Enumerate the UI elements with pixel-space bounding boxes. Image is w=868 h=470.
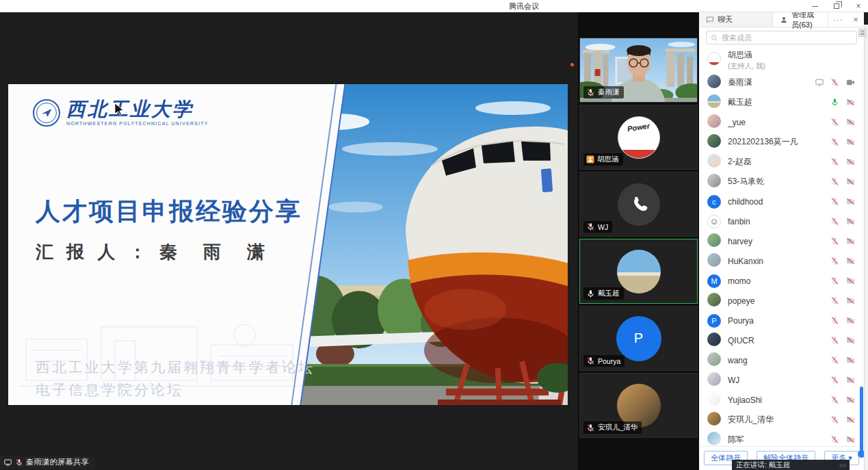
- mic-muted-icon[interactable]: [830, 177, 839, 186]
- avatar: [707, 352, 721, 369]
- member-row[interactable]: P Pourya: [699, 311, 864, 330]
- cam-muted-icon[interactable]: [845, 237, 856, 246]
- cam-muted-icon[interactable]: [845, 336, 856, 345]
- collapsed-side-strip[interactable]: [864, 25, 868, 470]
- video-tile[interactable]: 安琪儿_清华: [579, 373, 698, 438]
- member-name: 胡思涵: [728, 49, 852, 61]
- cam-muted-icon[interactable]: [845, 316, 856, 325]
- cam-muted-icon[interactable]: [845, 257, 856, 265]
- cam-muted-icon[interactable]: [845, 98, 856, 107]
- cam-muted-icon[interactable]: [845, 118, 856, 127]
- cam-dark-icon[interactable]: [845, 78, 856, 87]
- avatar: [707, 75, 721, 91]
- cam-muted-icon[interactable]: [845, 435, 856, 444]
- slide-footer-text: 西北工业大学第九届翱翔青年学者论坛 电子信息学院分论坛: [36, 356, 315, 401]
- slide-title: 人才项目申报经验分享: [36, 195, 302, 229]
- cam-muted-icon[interactable]: [845, 296, 856, 305]
- video-tile[interactable]: 戴玉超: [579, 239, 698, 304]
- avatar: ☺: [707, 215, 721, 229]
- video-tile[interactable]: P Pourya: [579, 306, 698, 371]
- close-button[interactable]: ×: [853, 1, 864, 11]
- member-row[interactable]: ☺ fanbin: [699, 211, 864, 231]
- member-row[interactable]: popeye: [699, 291, 864, 311]
- mic-muted-icon[interactable]: [830, 197, 839, 206]
- minimize-button[interactable]: [809, 1, 820, 11]
- member-name: _yue: [728, 118, 826, 127]
- member-row[interactable]: 秦雨潇: [699, 73, 864, 92]
- mic-muted-icon[interactable]: [830, 257, 839, 265]
- mic-muted-icon[interactable]: [830, 78, 839, 87]
- cam-muted-icon[interactable]: [845, 356, 856, 365]
- member-row[interactable]: harvey: [699, 231, 864, 251]
- person-orange-icon: [586, 155, 594, 164]
- cam-muted-icon[interactable]: [845, 177, 856, 186]
- panel-more-button[interactable]: ···: [828, 12, 847, 27]
- member-name: momo: [728, 276, 826, 286]
- cam-muted-icon[interactable]: [845, 157, 856, 166]
- mic-muted-icon[interactable]: [830, 157, 839, 166]
- member-row[interactable]: M momo: [699, 271, 864, 291]
- video-tile-label: WJ: [583, 221, 612, 233]
- avatar: [707, 412, 721, 428]
- member-row[interactable]: 53-马承乾: [699, 172, 864, 192]
- member-status-icons: [830, 98, 856, 107]
- panel-handle-icon[interactable]: [858, 29, 867, 37]
- mic-muted-icon[interactable]: [830, 118, 839, 127]
- cam-muted-icon[interactable]: [845, 395, 856, 404]
- member-row[interactable]: c childhood: [699, 192, 864, 211]
- member-row[interactable]: 2-赵磊: [699, 152, 864, 172]
- scrollbar-thumb[interactable]: [860, 387, 863, 452]
- thumbnail-strip: 秦雨潇 Power 胡思涵 WJ 戴玉超 P Pourya: [578, 12, 699, 470]
- cam-muted-icon[interactable]: [845, 197, 856, 206]
- mic-muted-icon[interactable]: [830, 336, 839, 345]
- panel-close-button[interactable]: ×: [847, 12, 864, 27]
- mic-muted-icon[interactable]: [830, 276, 839, 285]
- member-row[interactable]: 戴玉超: [699, 92, 864, 112]
- member-row[interactable]: YujiaoShi: [699, 390, 864, 410]
- search-icon: [711, 34, 718, 42]
- mic-muted-icon[interactable]: [830, 138, 839, 146]
- member-row[interactable]: 2021202136莫一凡: [699, 132, 864, 152]
- video-tile[interactable]: Power 胡思涵: [579, 105, 698, 170]
- university-name-en: NORTHWESTERN POLYTECHNICAL UNIVERSITY: [66, 121, 209, 126]
- tab-chat[interactable]: 聊天: [699, 12, 773, 27]
- member-status-icons: [830, 296, 856, 305]
- mic-muted-icon[interactable]: [830, 376, 839, 384]
- mic-muted-icon[interactable]: [830, 356, 839, 365]
- member-row[interactable]: QIUCR: [699, 330, 864, 350]
- member-status-icons: [830, 138, 856, 146]
- university-badge-icon: [33, 99, 60, 127]
- member-row[interactable]: WJ: [699, 370, 864, 390]
- cam-muted-icon[interactable]: [845, 138, 856, 146]
- screen-icon[interactable]: [815, 78, 824, 87]
- member-name: YujiaoShi: [728, 395, 826, 405]
- cam-muted-icon[interactable]: [845, 415, 856, 424]
- mic-muted-icon[interactable]: [830, 395, 839, 404]
- avatar: [707, 253, 721, 270]
- cam-muted-icon[interactable]: [845, 276, 856, 285]
- member-row[interactable]: 胡思涵 (主持人, 我): [699, 48, 864, 73]
- mic-muted-icon[interactable]: [830, 316, 839, 325]
- mic-active-icon[interactable]: [830, 98, 839, 107]
- mic-muted-icon[interactable]: [830, 237, 839, 246]
- tab-manage-members[interactable]: 管理成员(63): [773, 12, 828, 27]
- member-name: 2-赵磊: [728, 156, 826, 168]
- cam-muted-icon[interactable]: [845, 376, 856, 384]
- video-tile[interactable]: 秦雨潇: [579, 38, 698, 103]
- member-row[interactable]: HuKanxin: [699, 251, 864, 271]
- member-row[interactable]: wang: [699, 350, 864, 370]
- search-input[interactable]: [722, 34, 852, 42]
- restore-button[interactable]: [831, 1, 842, 11]
- cam-muted-icon[interactable]: [845, 217, 856, 226]
- search-box[interactable]: [706, 31, 857, 44]
- avatar: [707, 174, 721, 190]
- mic-muted-icon[interactable]: [830, 217, 839, 226]
- member-row[interactable]: _yue: [699, 112, 864, 132]
- video-tile[interactable]: WJ: [579, 172, 698, 237]
- mic-muted-icon[interactable]: [830, 415, 839, 424]
- member-row[interactable]: 安琪儿_清华: [699, 410, 864, 430]
- mic-muted-white-icon: [586, 423, 595, 432]
- mic-muted-icon[interactable]: [830, 435, 839, 444]
- member-status-icons: [830, 276, 856, 285]
- mic-muted-icon[interactable]: [830, 296, 839, 305]
